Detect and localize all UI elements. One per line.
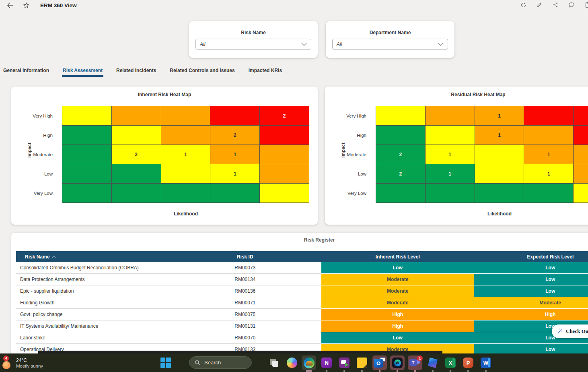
back-icon[interactable] xyxy=(6,2,14,9)
dynamics-365-button[interactable] xyxy=(426,355,440,370)
comment-icon[interactable] xyxy=(568,1,575,8)
table-row[interactable]: IT Systems Availability/ MaintenanceRM00… xyxy=(16,320,588,332)
copilot-button[interactable] xyxy=(285,355,299,370)
heatmap-cell[interactable] xyxy=(475,145,524,164)
heatmap-row: Low2211 xyxy=(325,164,588,184)
heatmap-cell[interactable] xyxy=(376,125,426,145)
heatmap-cell[interactable]: 1 xyxy=(475,125,524,145)
tab-impacted-kris[interactable]: Impacted KRIs xyxy=(249,68,282,77)
heatmap-cell[interactable] xyxy=(161,164,211,184)
heatmap-cell[interactable] xyxy=(161,125,211,145)
table-row[interactable]: Govt. policy changeRM00075HighHigh xyxy=(16,309,588,320)
heatmap-cell[interactable]: 2 xyxy=(210,125,260,145)
heatmap-cell[interactable]: 2 xyxy=(376,145,426,164)
refresh-icon[interactable] xyxy=(520,1,527,8)
heatmap-cell[interactable]: 1 xyxy=(524,164,574,184)
heatmap-cell[interactable] xyxy=(376,106,426,126)
heatmap-row-label: Very High xyxy=(11,114,53,118)
heatmap-cell[interactable] xyxy=(111,125,161,145)
heatmap-cell[interactable] xyxy=(259,125,309,145)
heatmap-cell[interactable] xyxy=(62,125,112,145)
edge-button[interactable] xyxy=(302,355,316,370)
tab-risk-assessment[interactable]: Risk Assessment xyxy=(63,68,103,77)
edit-icon[interactable] xyxy=(536,1,543,8)
heatmap-cell[interactable]: 2 xyxy=(376,164,426,184)
star-icon[interactable] xyxy=(23,2,30,9)
risk-name-cell: Govt. policy change xyxy=(16,309,169,320)
excel-button[interactable]: X xyxy=(443,355,458,370)
heatmap-cell[interactable]: 1 xyxy=(425,164,475,184)
heatmap-cell[interactable] xyxy=(62,183,112,203)
heatmap-cell[interactable]: 2 xyxy=(259,106,309,126)
heatmap-cell[interactable] xyxy=(425,183,475,203)
column-header-risk-name[interactable]: Risk Name xyxy=(16,254,169,260)
heatmap-cell[interactable] xyxy=(425,106,475,126)
risk-name-filter-card: Risk Name All xyxy=(189,21,318,58)
heatmap-cell[interactable]: 1 xyxy=(524,145,574,164)
risk-name-dropdown-value: All xyxy=(200,41,301,47)
heatmap-cell[interactable] xyxy=(259,164,309,184)
outlook-button[interactable]: O xyxy=(372,355,387,370)
heatmap-row: High41 xyxy=(325,126,588,145)
tab-related-controls-and-issues[interactable]: Related Controls and Issues xyxy=(170,68,234,77)
heatmap-cell[interactable] xyxy=(259,145,309,164)
heatmap-cell[interactable] xyxy=(475,164,524,184)
heatmap-cell[interactable]: 1 xyxy=(161,145,211,164)
heatmap-cell[interactable] xyxy=(62,164,112,184)
table-row[interactable]: Consolidated Omnibus Budget Reconciliati… xyxy=(16,262,588,274)
heatmap-cell[interactable] xyxy=(111,106,161,126)
heatmap-cell[interactable] xyxy=(161,183,211,203)
weather-widget[interactable]: 4 24°C Mostly sunny xyxy=(2,355,43,370)
heatmap-cell[interactable] xyxy=(111,183,161,203)
heatmap-cell[interactable] xyxy=(259,183,309,203)
heatmap-cell[interactable] xyxy=(573,106,588,126)
webex-button[interactable]: W xyxy=(390,355,405,370)
heatmap-cell[interactable] xyxy=(62,145,112,164)
heatmap-cell[interactable] xyxy=(62,106,112,126)
column-header-risk-id[interactable]: Risk ID xyxy=(169,254,322,260)
table-row[interactable]: Labor strikeRM00070LowLow xyxy=(16,332,588,344)
clipboard-icon[interactable] xyxy=(584,1,588,8)
tab-related-incidents[interactable]: Related Incidents xyxy=(116,68,156,77)
heatmap-cell[interactable] xyxy=(161,106,211,126)
table-row[interactable]: Funding GrowthRM00071ModerateModerate xyxy=(16,297,588,309)
heatmap-cell[interactable] xyxy=(573,145,588,164)
heatmap-cell[interactable] xyxy=(210,106,260,126)
heatmap-cell[interactable] xyxy=(524,125,574,145)
heatmap-row-label: High xyxy=(11,133,53,138)
heatmap-cell[interactable]: 1 xyxy=(210,145,260,164)
video-app-button[interactable] xyxy=(337,355,352,370)
onenote-button[interactable]: N xyxy=(319,355,334,370)
word-button[interactable]: W xyxy=(479,355,493,370)
heatmap-cell[interactable] xyxy=(524,106,574,126)
likelihood-axis-label: Likelihood xyxy=(376,211,588,217)
table-row[interactable]: Epic - supplier liquidationRM00136Modera… xyxy=(16,285,588,297)
heatmap-cell[interactable]: 1 xyxy=(210,164,260,184)
heatmap-cell[interactable]: 1 xyxy=(425,145,475,164)
check-out-popup[interactable]: Check Out W xyxy=(552,324,588,338)
heatmap-cell[interactable] xyxy=(475,183,524,203)
table-row[interactable]: Data Protection ArrangementsRM00134Moder… xyxy=(16,274,588,285)
heatmap-cell[interactable] xyxy=(573,164,588,184)
share-icon[interactable] xyxy=(552,1,559,8)
heatmap-cell[interactable] xyxy=(111,164,161,184)
sticky-notes-button[interactable] xyxy=(355,355,369,370)
heatmap-cell[interactable] xyxy=(524,183,574,203)
heatmap-cell[interactable] xyxy=(573,183,588,203)
heatmap-cell[interactable]: 1 xyxy=(475,106,524,126)
heatmap-cell[interactable] xyxy=(425,125,475,145)
heatmap-cell[interactable] xyxy=(210,183,260,203)
task-view-button[interactable] xyxy=(267,355,282,370)
heatmap-cell[interactable]: 2 xyxy=(111,145,161,164)
heatmap-cell[interactable] xyxy=(376,183,426,203)
risk-name-dropdown[interactable]: All xyxy=(195,39,311,50)
start-button[interactable] xyxy=(160,357,171,368)
powerpoint-button[interactable]: P xyxy=(461,355,475,370)
column-header-inherent-risk-level[interactable]: Inherent Risk Level xyxy=(321,254,474,260)
search-input[interactable]: Search xyxy=(189,356,252,369)
heatmap-cell[interactable] xyxy=(573,125,588,145)
teams-button[interactable]: 1 T xyxy=(408,355,422,370)
department-dropdown[interactable]: All xyxy=(332,39,448,50)
column-header-expected-risk-level[interactable]: Expected Risk Level xyxy=(474,254,588,260)
tab-general-information[interactable]: General Information xyxy=(3,68,49,77)
